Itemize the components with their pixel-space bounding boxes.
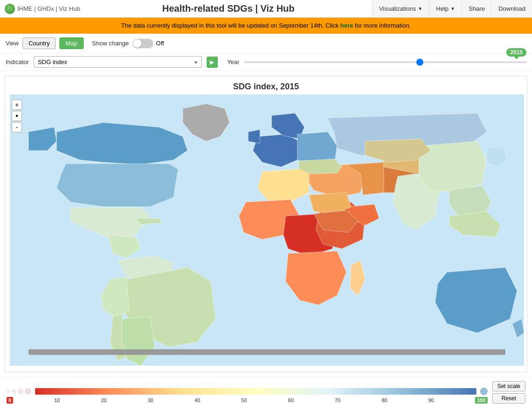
legend-content: 0 10 20 30 40 50 60 70 80 90 100 [7, 388, 488, 404]
legend-gradient-row [7, 388, 488, 395]
world-map-svg [10, 94, 524, 366]
legend-scale-10: 10 [54, 397, 60, 403]
year-slider-container: 2015 [244, 61, 526, 63]
legend-area: 0 10 20 30 40 50 60 70 80 90 100 Set sca… [0, 377, 532, 404]
legend-scale-40: 40 [194, 397, 200, 403]
header: IHME | GHDx | Viz Hub Health-related SDG… [0, 0, 532, 18]
year-slider[interactable] [244, 61, 526, 63]
map-title: SDG index, 2015 [5, 76, 527, 94]
nav-help[interactable]: Help ▼ [429, 0, 462, 17]
zoom-in-button[interactable]: + [12, 100, 22, 110]
legend-dot [12, 389, 16, 394]
tab-country[interactable]: Country [22, 37, 56, 49]
legend-scale-row: 0 10 20 30 40 50 60 70 80 90 100 [7, 397, 488, 404]
chevron-down-icon: ▼ [418, 6, 423, 11]
reset-button[interactable]: Reset [492, 393, 525, 404]
brand-text: IHME | GHDx | Viz Hub [17, 5, 80, 12]
set-scale-button[interactable]: Set scale [492, 381, 525, 391]
legend-right-dot [480, 388, 488, 395]
toggle-knob [133, 39, 142, 48]
legend-scale-90: 90 [428, 397, 434, 403]
legend-scale-80: 80 [381, 397, 387, 403]
alert-link[interactable]: here [340, 22, 353, 29]
nav-share[interactable]: Share [461, 0, 491, 17]
zoom-out-button[interactable]: - [12, 122, 22, 132]
legend-left-dots [7, 388, 31, 395]
year-label: Year [227, 58, 239, 65]
legend-dot [25, 388, 31, 395]
chevron-down-icon: ▼ [451, 6, 455, 11]
show-change-label: Show change [92, 40, 129, 47]
view-label: View [6, 40, 19, 47]
toggle-track[interactable] [133, 39, 153, 48]
show-change-toggle[interactable]: Off [133, 39, 164, 48]
page-title: Health-related SDGs | Viz Hub [85, 3, 372, 14]
ihme-logo [5, 4, 15, 14]
nav-visualizations[interactable]: Visualizations ▼ [372, 0, 429, 17]
legend-bottom: 0 10 20 30 40 50 60 70 80 90 100 Set sca… [7, 381, 525, 404]
legend-gradient-bar [35, 388, 476, 395]
legend-scale-70: 70 [335, 397, 340, 403]
map-container: SDG index, 2015 + • - [5, 76, 527, 372]
legend-buttons: Set scale Reset [492, 381, 525, 404]
year-value: 2015 [506, 48, 526, 57]
indicator-label: Indicator [6, 58, 29, 65]
toggle-state-label: Off [156, 40, 164, 47]
legend-max-label: 100 [475, 397, 487, 404]
legend-min-label: 0 [7, 397, 13, 404]
map-zoom-controls: + • - [12, 100, 22, 132]
legend-scale-20: 20 [101, 397, 107, 403]
tab-map[interactable]: Map [59, 37, 83, 49]
map-center-button[interactable]: • [12, 111, 22, 121]
header-nav: Visualizations ▼ Help ▼ Share Download [372, 0, 532, 17]
play-button[interactable]: ▶ [207, 57, 218, 68]
logo-area: IHME | GHDx | Viz Hub [0, 4, 85, 14]
legend-scale-30: 30 [148, 397, 153, 403]
indicator-row: Indicator SDG index Child mortality Mate… [0, 53, 532, 71]
view-controls: View Country Map Show change Off [0, 34, 532, 53]
download-button[interactable]: Download [491, 0, 532, 17]
legend-scale-60: 60 [288, 397, 294, 403]
legend-scale-50: 50 [241, 397, 247, 403]
legend-dot [18, 389, 23, 394]
map-svg-wrapper [5, 94, 527, 372]
legend-dot [7, 390, 10, 393]
alert-banner: The data currently displayed in this too… [0, 18, 532, 34]
svg-rect-1 [29, 349, 505, 355]
indicator-select[interactable]: SDG index Child mortality Maternal morta… [34, 56, 202, 68]
indicator-select-wrapper: SDG index Child mortality Maternal morta… [34, 56, 202, 68]
